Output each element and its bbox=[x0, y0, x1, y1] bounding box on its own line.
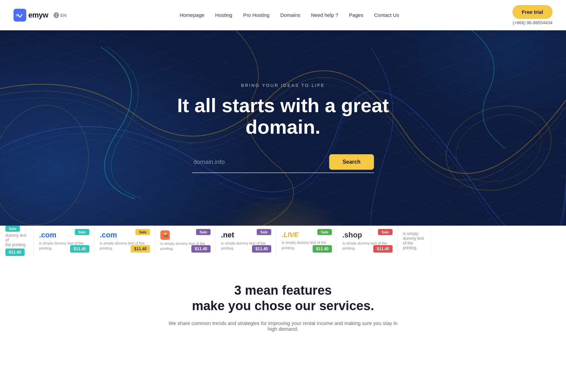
hero-section: BRING YOUR IDEAS TO LIFE It all starts w… bbox=[0, 30, 566, 226]
nav-item-contact[interactable]: Contact Us bbox=[374, 12, 399, 18]
domain-card-inner: is simply dummy text of the printing. bbox=[403, 231, 426, 250]
lang-selector[interactable]: EN bbox=[54, 12, 66, 18]
hero-content: BRING YOUR IDEAS TO LIFE It all starts w… bbox=[148, 83, 418, 173]
nav-item-pages[interactable]: Pages bbox=[349, 12, 364, 18]
navbar-right: Free trial (+866) 96-88554434 bbox=[512, 5, 553, 25]
logo-text: emyw bbox=[28, 11, 48, 20]
features-subtitle: We share common trends and strategies fo… bbox=[165, 320, 401, 332]
nav-item-pro-hosting[interactable]: Pro Hosting bbox=[243, 12, 269, 18]
domain-badge-sale: Sale bbox=[317, 229, 332, 235]
svg-point-5 bbox=[446, 103, 551, 193]
domain-partial-text: dummy text ofthe printing. bbox=[5, 233, 28, 247]
nav-item-domains[interactable]: Domains bbox=[280, 12, 300, 18]
features-title-line2: make you chose our services. bbox=[192, 299, 374, 313]
domain-badge-sale: Sale bbox=[135, 229, 150, 235]
domain-card-shop[interactable]: Sale .shop is simply dummy text of the p… bbox=[337, 226, 398, 256]
domain-price: $11.40 bbox=[131, 245, 150, 253]
svg-point-4 bbox=[434, 92, 563, 205]
domain-badge-sale: Sale bbox=[257, 229, 271, 235]
domain-badge: Sale bbox=[5, 226, 20, 232]
domain-price: $11.40 bbox=[373, 245, 392, 253]
lang-label: EN bbox=[60, 13, 66, 18]
domain-card-net[interactable]: Sale .net is simply dummy text of the pr… bbox=[216, 226, 276, 256]
globe-icon bbox=[54, 12, 59, 18]
logo-icon bbox=[13, 9, 26, 22]
nav-item-homepage[interactable]: Homepage bbox=[180, 12, 204, 18]
logo[interactable]: emyw bbox=[13, 9, 48, 22]
hero-tagline: BRING YOUR IDEAS TO LIFE bbox=[155, 83, 411, 88]
phone-number: (+866) 96-88554434 bbox=[513, 20, 553, 25]
free-trial-button[interactable]: Free trial bbox=[512, 5, 553, 19]
features-title-line1: 3 mean features bbox=[234, 283, 332, 297]
hero-title: It all starts with a great domain. bbox=[155, 95, 411, 138]
navbar: emyw EN Homepage Hosting Pro Hosting Dom… bbox=[0, 0, 566, 30]
domain-card-inner: Sale dummy text ofthe printing. $11.40 bbox=[5, 226, 28, 256]
domain-badge-sale: Sale bbox=[378, 229, 392, 235]
search-button[interactable]: Search bbox=[329, 154, 374, 170]
domain-card-com-teal[interactable]: Sale .com is simply dummy text of the pr… bbox=[34, 226, 94, 256]
nav-item-need-help[interactable]: Need help ? bbox=[311, 12, 338, 18]
domain-price: $11.40 bbox=[313, 245, 332, 253]
domain-icon: 📦 bbox=[160, 230, 170, 240]
domain-card-com-yellow[interactable]: Sale .com is simply dummy text of the pr… bbox=[94, 226, 155, 256]
domain-price: $11.40 bbox=[70, 245, 89, 253]
hero-title-line2: domain. bbox=[246, 116, 320, 138]
domain-badge-sale: Sale bbox=[75, 229, 89, 235]
domain-card-partial[interactable]: Sale dummy text ofthe printing. $11.40 bbox=[0, 226, 34, 256]
svg-point-6 bbox=[0, 94, 102, 226]
features-title: 3 mean features make you chose our servi… bbox=[13, 283, 553, 314]
domain-price: $11.40 bbox=[5, 249, 25, 256]
domain-badge-sale: Sale bbox=[196, 229, 211, 235]
nav-menu: Homepage Hosting Pro Hosting Domains Nee… bbox=[180, 12, 399, 18]
domain-strip: Sale dummy text ofthe printing. $11.40 S… bbox=[0, 226, 566, 256]
nav-item-hosting[interactable]: Hosting bbox=[215, 12, 232, 18]
features-section: 3 mean features make you chose our servi… bbox=[0, 256, 566, 345]
domain-price: $11.40 bbox=[191, 245, 211, 253]
navbar-left: emyw EN bbox=[13, 9, 66, 22]
domain-partial-text: is simply dummy text of the printing. bbox=[403, 231, 426, 250]
search-bar: Search bbox=[192, 154, 374, 173]
domain-card-partial-right[interactable]: is simply dummy text of the printing. bbox=[398, 226, 431, 256]
domain-card-live[interactable]: Sale .LIVE is simply dummy text of the p… bbox=[276, 226, 337, 256]
domain-card-icon-purple[interactable]: Sale 📦 is simply dummy text of the print… bbox=[155, 226, 216, 256]
hero-title-line1: It all starts with a great bbox=[177, 94, 389, 116]
domain-price: $11.40 bbox=[252, 245, 271, 253]
domain-search-input[interactable] bbox=[192, 156, 325, 168]
